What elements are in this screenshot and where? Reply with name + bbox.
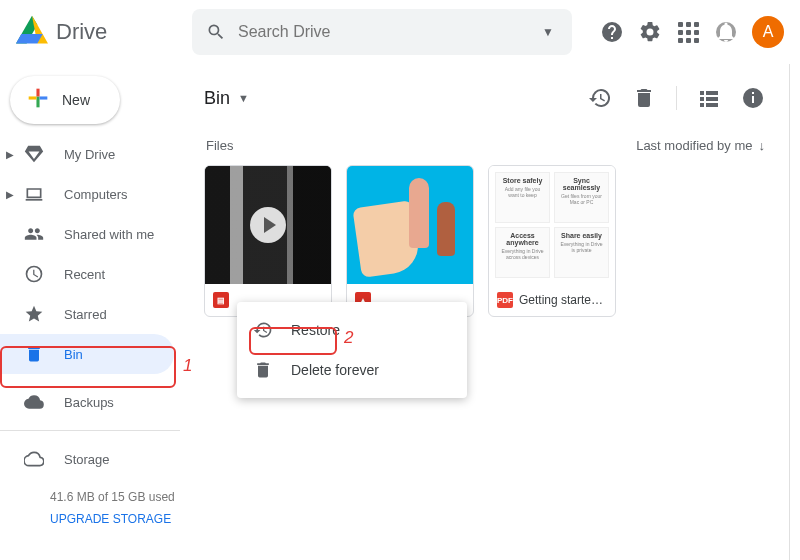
upgrade-storage-link[interactable]: UPGRADE STORAGE xyxy=(50,512,180,526)
file-name: Getting starte… xyxy=(519,293,603,307)
search-icon xyxy=(206,22,226,42)
restore-icon xyxy=(253,320,273,340)
help-icon[interactable] xyxy=(600,20,624,44)
recent-clock-icon xyxy=(24,264,44,284)
trash-icon xyxy=(253,360,273,380)
file-card[interactable]: ▲ xyxy=(346,165,474,317)
shared-icon xyxy=(24,224,44,244)
search-bar[interactable]: ▼ xyxy=(192,9,572,55)
context-menu-item-label: Restore xyxy=(291,322,340,338)
empty-trash-icon[interactable] xyxy=(632,86,656,110)
drive-logo-icon xyxy=(16,14,48,50)
new-button-label: New xyxy=(62,92,90,108)
sidebar-item-recent[interactable]: Recent xyxy=(0,254,174,294)
sidebar-item-label: Starred xyxy=(64,307,107,322)
context-menu-delete-forever[interactable]: Delete forever xyxy=(237,350,467,390)
sidebar-item-bin[interactable]: Bin xyxy=(0,334,174,374)
search-input[interactable] xyxy=(238,23,532,41)
folder-title: Bin xyxy=(204,88,230,109)
file-thumbnail xyxy=(205,166,331,284)
plus-icon xyxy=(24,84,52,117)
sidebar-item-label: Bin xyxy=(64,347,83,362)
trash-icon xyxy=(24,344,44,364)
search-options-dropdown-icon[interactable]: ▼ xyxy=(532,25,558,39)
context-menu-item-label: Delete forever xyxy=(291,362,379,378)
drive-icon xyxy=(24,144,44,164)
cloud-icon xyxy=(24,392,44,412)
file-thumbnail: Store safelyAdd any file you want to kee… xyxy=(489,166,615,284)
restore-all-icon[interactable] xyxy=(588,86,612,110)
sidebar-item-label: My Drive xyxy=(64,147,115,162)
file-thumbnail xyxy=(347,166,473,284)
sidebar-item-label: Computers xyxy=(64,187,128,202)
play-icon xyxy=(250,207,286,243)
sidebar-item-label: Storage xyxy=(64,452,110,467)
app-name: Drive xyxy=(56,19,107,45)
chevron-down-icon: ▼ xyxy=(238,92,249,104)
file-card[interactable]: ▤ xyxy=(204,165,332,317)
sort-control[interactable]: Last modified by me ↓ xyxy=(636,138,765,153)
account-avatar[interactable]: A xyxy=(752,16,784,48)
sidebar: New ▶ My Drive ▶ Computers Shared with m… xyxy=(0,64,180,560)
storage-used-text: 41.6 MB of 15 GB used xyxy=(50,490,175,504)
pdf-file-icon: PDF xyxy=(497,292,513,308)
new-button[interactable]: New xyxy=(10,76,120,124)
apps-grid-icon[interactable] xyxy=(676,20,700,44)
star-icon xyxy=(24,304,44,324)
context-menu: Restore Delete forever xyxy=(237,302,467,398)
file-card[interactable]: Store safelyAdd any file you want to kee… xyxy=(488,165,616,317)
sidebar-item-label: Shared with me xyxy=(64,227,154,242)
cloud-outline-icon xyxy=(24,449,44,469)
chevron-right-icon: ▶ xyxy=(6,189,14,200)
app-logo[interactable]: Drive xyxy=(16,14,192,50)
computers-icon xyxy=(24,184,44,204)
sidebar-item-storage[interactable]: Storage xyxy=(0,439,174,479)
context-menu-restore[interactable]: Restore xyxy=(237,310,467,350)
sidebar-item-backups[interactable]: Backups xyxy=(0,382,174,422)
folder-title-dropdown[interactable]: Bin ▼ xyxy=(204,88,249,109)
sort-label: Last modified by me xyxy=(636,138,752,153)
sidebar-item-label: Backups xyxy=(64,395,114,410)
sidebar-item-shared[interactable]: Shared with me xyxy=(0,214,174,254)
divider xyxy=(0,430,180,431)
svg-rect-3 xyxy=(752,92,754,94)
sidebar-item-my-drive[interactable]: ▶ My Drive xyxy=(0,134,174,174)
svg-rect-2 xyxy=(752,96,754,103)
separator xyxy=(676,86,677,110)
arrow-down-icon: ↓ xyxy=(759,138,766,153)
sidebar-item-label: Recent xyxy=(64,267,105,282)
settings-gear-icon[interactable] xyxy=(638,20,662,44)
info-icon[interactable] xyxy=(741,86,765,110)
files-section-label: Files xyxy=(206,138,233,153)
sidebar-item-starred[interactable]: Starred xyxy=(0,294,174,334)
video-file-icon: ▤ xyxy=(213,292,229,308)
list-view-icon[interactable] xyxy=(697,86,721,110)
notifications-bell-icon[interactable] xyxy=(714,20,738,44)
chevron-right-icon: ▶ xyxy=(6,149,14,160)
sidebar-item-computers[interactable]: ▶ Computers xyxy=(0,174,174,214)
